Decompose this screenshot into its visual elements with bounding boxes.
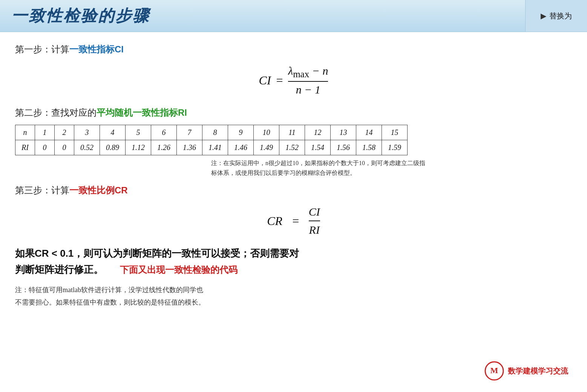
button-label: 替换为	[549, 11, 572, 21]
table-ri-4: 0.89	[100, 140, 126, 155]
step1-header: 第一步：计算一致性指标CI	[15, 43, 572, 55]
step2-prefix: 第二步：查找对应的	[15, 107, 97, 118]
table-ri-9: 1.46	[228, 140, 254, 155]
arrow-icon: ▶	[541, 11, 546, 20]
cr-lhs: CR	[267, 214, 282, 228]
table-header-row: n 1 2 3 4 5 6 7 8 9 10 11 12 13 14 15	[15, 125, 408, 140]
table-ri-8: 1.41	[202, 140, 228, 155]
table-ri-15: 1.59	[382, 140, 408, 155]
step3-prefix: 第三步：计算	[15, 185, 69, 195]
table-ri-10: 1.49	[254, 140, 279, 155]
step3-highlight: 一致性比例CR	[69, 185, 128, 195]
replace-button[interactable]: ▶ 替换为	[525, 0, 587, 32]
bottom-note-line2: 不需要担心。如果特征值中有虚数，则比较的是特征值的模长。	[15, 296, 572, 308]
table-ri-label: RI	[15, 140, 35, 155]
table-header-7: 7	[177, 125, 202, 140]
ci-formula-container: CI = λmax − n n − 1	[15, 64, 572, 96]
ci-lhs: CI	[259, 74, 271, 87]
cr-fraction: CI RI	[309, 205, 320, 236]
main-content: 第一步：计算一致性指标CI CI = λmax − n n − 1 第二步：查找…	[0, 32, 587, 320]
table-ri-5: 1.12	[126, 140, 151, 155]
table-header-5: 5	[126, 125, 151, 140]
cr-equals: =	[291, 214, 300, 228]
table-header-12: 12	[305, 125, 331, 140]
bottom-note: 注：特征值可用matlab软件进行计算，没学过线性代数的同学也 不需要担心。如果…	[15, 284, 572, 308]
logo-container: M 数学建模学习交流	[484, 361, 568, 381]
conclusion-red-note: 下面又出现一致性检验的代码	[120, 264, 238, 276]
table-header-2: 2	[55, 125, 74, 140]
table-header-4: 4	[100, 125, 126, 140]
table-header-13: 13	[331, 125, 356, 140]
table-ri-12: 1.54	[305, 140, 331, 155]
table-ri-7: 1.36	[177, 140, 202, 155]
table-header-11: 11	[279, 125, 305, 140]
ci-formula: CI = λmax − n n − 1	[259, 64, 328, 96]
table-header-6: 6	[151, 125, 177, 140]
step1-prefix: 第一步：计算	[15, 44, 69, 54]
bottom-note-line1: 注：特征值可用matlab软件进行计算，没学过线性代数的同学也	[15, 284, 572, 296]
cr-numerator: CI	[309, 205, 320, 221]
table-ri-13: 1.56	[331, 140, 356, 155]
svg-text:M: M	[490, 366, 498, 375]
table-header-15: 15	[382, 125, 408, 140]
page-title: 一致性检验的步骤	[0, 0, 525, 32]
step1-highlight: 一致性指标CI	[69, 44, 124, 54]
table-note: 注：在实际运用中，n很少超过10，如果指标的个数大于10，则可考虑建立二级指标体…	[211, 158, 430, 178]
cr-formula: CR = CI RI	[267, 205, 320, 236]
conclusion-block: 如果CR < 0.1，则可认为判断矩阵的一致性可以接受；否则需要对 判断矩阵进行…	[15, 247, 572, 276]
cr-formula-container: CR = CI RI	[15, 205, 572, 236]
ci-equals: =	[276, 74, 284, 87]
conclusion-text1: 如果CR < 0.1，则可认为判断矩阵的一致性可以接受；否则需要对	[15, 247, 299, 260]
step2-highlight: 平均随机一致性指标RI	[97, 107, 187, 118]
ci-numerator: λmax − n	[288, 64, 328, 82]
cr-denominator: RI	[309, 224, 320, 236]
table-header-n: n	[15, 125, 35, 140]
table-header-8: 8	[202, 125, 228, 140]
ci-fraction: λmax − n n − 1	[288, 64, 328, 96]
table-ri-14: 1.58	[356, 140, 382, 155]
table-header-9: 9	[228, 125, 254, 140]
table-header-3: 3	[74, 125, 100, 140]
table-ri-3: 0.52	[74, 140, 100, 155]
page-header: 一致性检验的步骤 ▶ 替换为	[0, 0, 587, 32]
table-ri-6: 1.26	[151, 140, 177, 155]
table-ri-2: 0	[55, 140, 74, 155]
ri-table: n 1 2 3 4 5 6 7 8 9 10 11 12 13 14 15 RI…	[15, 125, 408, 155]
table-data-row: RI 0 0 0.52 0.89 1.12 1.26 1.36 1.41 1.4…	[15, 140, 408, 155]
ci-denominator: n − 1	[296, 83, 320, 96]
table-header-14: 14	[356, 125, 382, 140]
logo-text: 数学建模学习交流	[508, 366, 568, 376]
table-ri-11: 1.52	[279, 140, 305, 155]
table-header-10: 10	[254, 125, 279, 140]
table-header-1: 1	[35, 125, 55, 140]
conclusion-text2: 判断矩阵进行修正。	[15, 263, 103, 276]
step2-header: 第二步：查找对应的平均随机一致性指标RI	[15, 107, 572, 119]
step3-header: 第三步：计算一致性比例CR	[15, 184, 572, 196]
table-ri-1: 0	[35, 140, 55, 155]
logo-icon: M	[484, 361, 504, 381]
ri-table-wrapper: n 1 2 3 4 5 6 7 8 9 10 11 12 13 14 15 RI…	[15, 125, 572, 178]
